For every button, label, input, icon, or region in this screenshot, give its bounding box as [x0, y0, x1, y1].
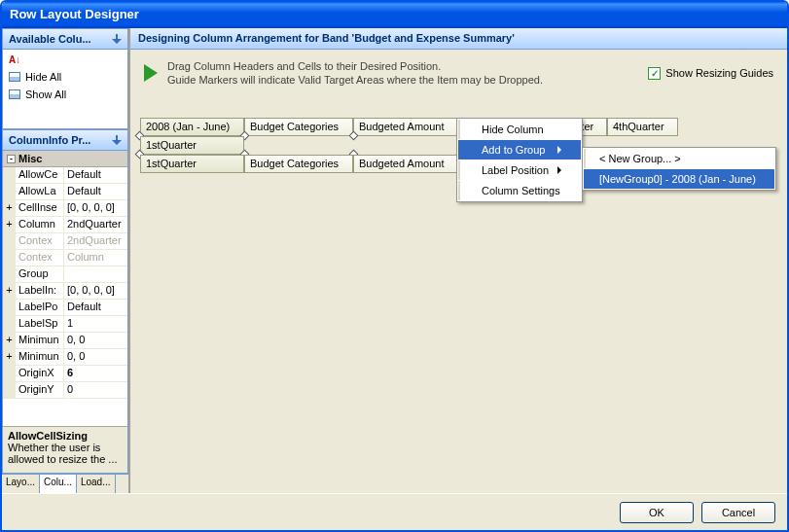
column-header-cell[interactable]: 4thQuarter — [607, 118, 678, 136]
property-row[interactable]: Group — [3, 266, 127, 283]
expand-icon[interactable] — [3, 366, 16, 381]
sort-icon: A↓ — [9, 54, 20, 65]
prop-value[interactable] — [64, 266, 127, 282]
prop-key: Column — [16, 217, 64, 232]
submenu-arrow-icon — [557, 166, 561, 174]
prop-value[interactable]: 0 — [64, 382, 127, 398]
show-guides-label: Show Resizing Guides — [665, 67, 773, 79]
column-header-cell[interactable]: Budgeted Amount — [353, 155, 460, 173]
tab-0[interactable]: Layo... — [2, 475, 40, 493]
property-row[interactable]: +LabelIn:[0, 0, 0, 0] — [3, 283, 127, 300]
context-menu-item[interactable]: Column Settings — [458, 181, 581, 200]
ok-button[interactable]: OK — [620, 502, 694, 523]
context-menu-item[interactable]: Hide Column — [458, 120, 581, 139]
show-guides-checkbox[interactable]: ✓ Show Resizing Guides — [648, 67, 773, 80]
tab-2[interactable]: Load... — [77, 475, 116, 493]
submenu-arrow-icon — [557, 146, 561, 154]
property-row[interactable]: LabelPoDefault — [3, 300, 127, 316]
prop-value[interactable]: 2ndQuarter — [64, 217, 127, 232]
context-menu-item[interactable]: Add to Group — [458, 140, 581, 160]
prop-key: OriginX — [16, 366, 64, 381]
sort-az-button[interactable]: A↓ — [5, 52, 126, 68]
expand-icon[interactable]: + — [3, 200, 16, 216]
cancel-button[interactable]: Cancel — [701, 502, 775, 523]
submenu-item[interactable]: [NewGroup0] - 2008 (Jan - June) — [584, 169, 774, 189]
property-row[interactable]: +CellInse[0, 0, 0, 0] — [3, 200, 127, 217]
expand-icon[interactable]: + — [3, 283, 16, 299]
property-grid[interactable]: - Misc AllowCeDefaultAllowLaDefault+Cell… — [2, 151, 128, 474]
expand-icon[interactable] — [3, 300, 16, 315]
column-header-cell[interactable]: Budget Categories — [244, 155, 353, 173]
expand-icon[interactable]: + — [3, 217, 16, 232]
show-all-button[interactable]: Show All — [5, 86, 126, 103]
show-all-label: Show All — [25, 89, 66, 100]
property-row[interactable]: +Column2ndQuarter — [3, 217, 127, 233]
expand-icon[interactable]: + — [3, 333, 16, 348]
expand-icon[interactable] — [3, 250, 16, 266]
prop-key: AllowCe — [16, 167, 64, 183]
prop-key: AllowLa — [16, 184, 64, 199]
column-header-cell[interactable]: 2008 (Jan - June) — [140, 118, 244, 136]
expand-icon[interactable] — [3, 233, 16, 249]
column-header-cell[interactable]: 1stQuarter — [140, 155, 244, 173]
hide-all-button[interactable]: Hide All — [5, 68, 126, 86]
table-icon — [9, 72, 20, 82]
prop-key: Contex — [16, 233, 64, 249]
prop-key: CellInse — [16, 200, 64, 216]
property-row[interactable]: OriginY0 — [3, 382, 127, 399]
instruction-bar: Drag Column Headers and Cells to their D… — [130, 50, 787, 98]
design-canvas[interactable]: 2008 (Jan - June)Budget CategoriesBudget… — [130, 98, 787, 493]
available-columns-title: Available Colu... — [9, 33, 91, 45]
left-tabs: Layo...Colu...Load... — [2, 474, 128, 493]
prop-value[interactable]: Default — [64, 167, 127, 183]
column-header-cell[interactable]: Budgeted Amount — [353, 118, 460, 136]
property-description: AllowCellSizing Whether the user is allo… — [3, 426, 127, 473]
available-columns-header[interactable]: Available Colu... — [2, 28, 128, 50]
pin-icon[interactable] — [112, 34, 122, 44]
prop-value[interactable]: 0, 0 — [64, 333, 127, 348]
context-menu[interactable]: Hide ColumnAdd to GroupLabel PositionCol… — [456, 118, 583, 202]
checkbox-icon: ✓ — [648, 67, 661, 80]
window-titlebar[interactable]: Row Layout Designer — [2, 2, 787, 28]
prop-value[interactable]: 2ndQuarter — [64, 233, 127, 249]
prop-key: Contex — [16, 250, 64, 266]
prop-key: Minimun — [16, 349, 64, 365]
expand-icon[interactable] — [3, 316, 16, 332]
collapse-icon[interactable]: - — [7, 155, 16, 163]
property-row[interactable]: ContexColumn — [3, 250, 127, 266]
menu-label: Column Settings — [482, 185, 560, 196]
property-row[interactable]: OriginX6 — [3, 366, 127, 382]
category-header[interactable]: - Misc — [3, 151, 127, 167]
columninfo-header[interactable]: ColumnInfo Pr... — [2, 129, 128, 151]
property-row[interactable]: AllowLaDefault — [3, 184, 127, 200]
property-row[interactable]: Contex2ndQuarter — [3, 233, 127, 250]
menu-label: Label Position — [482, 164, 549, 176]
property-row[interactable]: +Minimun0, 0 — [3, 333, 127, 349]
prop-value[interactable]: 6 — [64, 366, 127, 381]
expand-icon[interactable] — [3, 184, 16, 199]
category-label: Misc — [18, 153, 42, 164]
prop-value[interactable]: 0, 0 — [64, 349, 127, 365]
prop-value[interactable]: Default — [64, 184, 127, 199]
prop-value[interactable]: [0, 0, 0, 0] — [64, 283, 127, 299]
prop-key: Minimun — [16, 333, 64, 348]
prop-value[interactable]: 1 — [64, 316, 127, 332]
tab-1[interactable]: Colu... — [40, 475, 77, 493]
submenu[interactable]: < New Group... >[NewGroup0] - 2008 (Jan … — [582, 147, 776, 191]
property-row[interactable]: +Minimun0, 0 — [3, 349, 127, 366]
expand-icon[interactable]: + — [3, 349, 16, 365]
submenu-item[interactable]: < New Group... > — [584, 149, 774, 168]
prop-value[interactable]: Column — [64, 250, 127, 266]
prop-value[interactable]: Default — [64, 300, 127, 315]
property-row[interactable]: AllowCeDefault — [3, 167, 127, 184]
expand-icon[interactable] — [3, 266, 16, 282]
expand-icon[interactable] — [3, 167, 16, 183]
design-header: Designing Column Arrangement for Band 'B… — [130, 28, 787, 50]
context-menu-item[interactable]: Label Position — [458, 160, 581, 180]
prop-value[interactable]: [0, 0, 0, 0] — [64, 200, 127, 216]
column-header-cell[interactable]: 1stQuarter — [140, 136, 244, 155]
pin-icon[interactable] — [112, 135, 122, 145]
column-header-cell[interactable]: Budget Categories — [244, 118, 353, 136]
property-row[interactable]: LabelSp1 — [3, 316, 127, 333]
expand-icon[interactable] — [3, 382, 16, 398]
